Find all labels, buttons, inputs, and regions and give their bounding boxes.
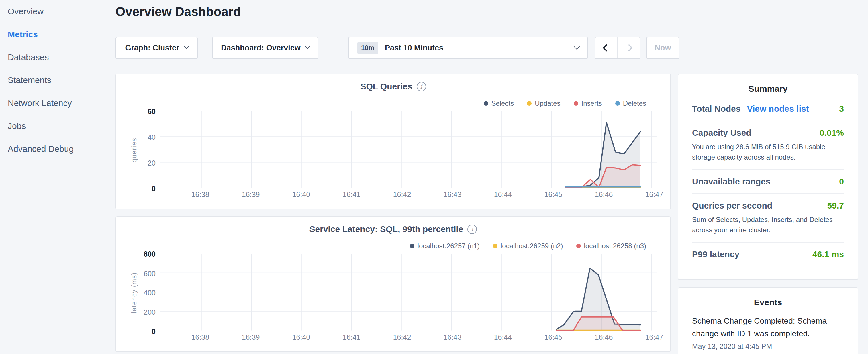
chevron-down-icon <box>305 44 310 49</box>
summary-row-unavailable-ranges: Unavailable ranges 0 <box>692 169 844 193</box>
now-button-label: Now <box>655 43 671 53</box>
event-timestamp: May 13, 2020 at 4:45 PM <box>692 342 844 351</box>
summary-row-total-nodes: Total Nodes View nodes list 3 <box>692 97 844 121</box>
graph-dropdown[interactable]: Graph: Cluster <box>116 37 198 59</box>
events-title: Events <box>692 297 844 307</box>
time-window-label: Past 10 Minutes <box>385 43 443 53</box>
sidebar: Overview Metrics Databases Statements Ne… <box>0 0 115 160</box>
queries-per-second-label: Queries per second <box>692 201 772 211</box>
sidebar-item-jobs[interactable]: Jobs <box>0 115 115 137</box>
p99-latency-value: 46.1 ms <box>812 250 844 259</box>
capacity-used-description: You are using 28.6 MiB of 515.9 GiB usab… <box>692 142 844 162</box>
summary-row-capacity-used: Capacity Used 0.01% You are using 28.6 M… <box>692 121 844 169</box>
event-message[interactable]: Schema Change Completed: Schema change w… <box>692 315 830 340</box>
summary-row-p99-latency: P99 latency 46.1 ms <box>692 242 844 266</box>
queries-per-second-description: Sum of Selects, Updates, Inserts, and De… <box>692 215 844 235</box>
sidebar-item-statements[interactable]: Statements <box>0 69 115 92</box>
events-panel: Events Schema Change Completed: Schema c… <box>678 287 858 354</box>
dashboard-dropdown[interactable]: Dashboard: Overview <box>212 37 318 59</box>
chevron-left-icon <box>602 44 610 51</box>
total-nodes-label: Total Nodes <box>692 104 741 114</box>
sidebar-item-advanced-debug[interactable]: Advanced Debug <box>0 137 115 160</box>
service-latency-chart-card: Service Latency: SQL, 99th percentileilo… <box>116 216 671 352</box>
queries-per-second-value: 59.7 <box>827 201 844 211</box>
summary-row-queries-per-second: Queries per second 59.7 Sum of Selects, … <box>692 193 844 242</box>
dashboard-dropdown-label: Dashboard: Overview <box>221 43 301 53</box>
time-back-button[interactable] <box>595 37 618 58</box>
unavailable-ranges-value: 0 <box>839 177 844 187</box>
now-button[interactable]: Now <box>646 37 679 59</box>
chevron-right-icon <box>625 44 632 51</box>
time-forward-button[interactable] <box>618 37 640 58</box>
page-title: Overview Dashboard <box>116 5 241 19</box>
time-window-selector[interactable]: 10m Past 10 Minutes <box>348 37 588 59</box>
sidebar-item-databases[interactable]: Databases <box>0 46 115 69</box>
service-latency-sql-99th-percentile-plot-area[interactable] <box>116 217 670 351</box>
sidebar-item-metrics[interactable]: Metrics <box>0 23 115 46</box>
time-window-badge: 10m <box>358 42 378 54</box>
view-nodes-list-link[interactable]: View nodes list <box>747 104 809 114</box>
capacity-used-value: 0.01% <box>819 128 844 138</box>
p99-latency-label: P99 latency <box>692 250 739 259</box>
unavailable-ranges-label: Unavailable ranges <box>692 177 770 187</box>
graph-dropdown-label: Graph: Cluster <box>125 43 179 53</box>
total-nodes-value: 3 <box>839 104 844 114</box>
toolbar-divider <box>340 39 340 57</box>
summary-title: Summary <box>692 84 844 94</box>
sidebar-item-network-latency[interactable]: Network Latency <box>0 92 115 115</box>
capacity-used-label: Capacity Used <box>692 128 751 138</box>
sql-queries-chart-card: SQL QueriesiSelectsUpdatesInsertsDeletes… <box>116 74 671 210</box>
sql-queries-plot-area[interactable] <box>116 74 670 209</box>
chevron-down-icon <box>574 43 580 49</box>
summary-panel: Summary Total Nodes View nodes list 3 Ca… <box>678 74 858 280</box>
chevron-down-icon <box>184 44 189 49</box>
app-root: Overview Metrics Databases Statements Ne… <box>0 0 868 354</box>
sidebar-item-overview[interactable]: Overview <box>0 0 115 23</box>
time-nav-arrows <box>595 37 641 59</box>
